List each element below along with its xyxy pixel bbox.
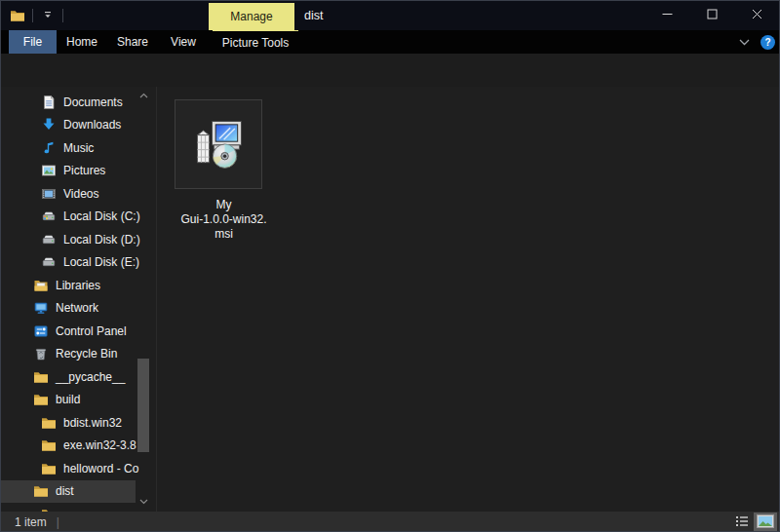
control-panel-icon: [33, 323, 49, 339]
libraries-icon: [33, 278, 49, 293]
manage-tool-tab[interactable]: Manage: [209, 3, 294, 30]
sidebar-item-bdist-win32[interactable]: bdist.win32: [1, 411, 136, 435]
folder-icon: [41, 415, 57, 431]
details-view-button[interactable]: [730, 513, 754, 532]
videos-icon: [41, 186, 57, 202]
scrollbar-thumb[interactable]: [137, 359, 149, 452]
sidebar-item-label: Downloads: [63, 118, 121, 132]
close-icon: [752, 9, 762, 22]
pictures-icon: [41, 163, 57, 178]
recycle-bin-icon: [33, 346, 49, 361]
help-icon: ?: [764, 37, 770, 48]
file-icon-frame: [175, 99, 262, 189]
sidebar-item-label: exe.win32-3.8: [63, 438, 136, 452]
navigation-pane: DocumentsDownloadsMusicPicturesVideosLoc…: [1, 87, 157, 512]
sidebar-item-control-panel[interactable]: Control Panel: [1, 320, 136, 343]
close-button[interactable]: [734, 1, 779, 30]
sidebar-item-build[interactable]: build: [1, 389, 136, 412]
tab-share[interactable]: Share: [107, 30, 158, 54]
titlebar: Manage dist: [1, 1, 779, 30]
window-title: dist: [304, 1, 323, 30]
sidebar-item-label: Pictures: [63, 164, 105, 177]
sidebar-item-label: Local Disk (D:): [63, 233, 140, 247]
sidebar-item-pictures[interactable]: Pictures: [1, 160, 136, 183]
download-icon: [41, 117, 57, 133]
sidebar-item-network[interactable]: Network: [1, 297, 136, 321]
ribbon-right-controls: ?: [735, 30, 775, 54]
file-name-line: Gui-1.0.0-win32.: [168, 212, 280, 227]
sidebar-item-local-disk-c[interactable]: Local Disk (C:): [1, 206, 136, 229]
file-explorer-window: Manage dist FileHomeShareViewPicture Too…: [0, 0, 780, 532]
maximize-icon: [707, 9, 718, 22]
tab-picture-tools[interactable]: Picture Tools: [213, 30, 298, 54]
sidebar-item-label: Libraries: [56, 279, 100, 292]
collapse-ribbon-button[interactable]: [735, 32, 753, 52]
quick-access-toolbar: [9, 1, 63, 30]
sidebar-scrollbar[interactable]: [136, 87, 151, 512]
maximize-button[interactable]: [689, 1, 734, 30]
sidebar-item-label: dist: [56, 484, 74, 498]
tab-home[interactable]: Home: [57, 30, 107, 54]
sidebar-item-downloads[interactable]: Downloads: [1, 114, 136, 137]
folder-icon: [33, 483, 49, 499]
address-band: dist: [1, 54, 779, 87]
sidebar-item-videos[interactable]: Videos: [1, 182, 136, 206]
chevron-down-icon: [139, 497, 148, 507]
sidebar-item-label: build: [56, 393, 80, 406]
network-icon: [33, 300, 49, 316]
music-icon: [41, 140, 57, 156]
customize-quick-access-button[interactable]: [39, 5, 57, 26]
minimize-button[interactable]: [644, 1, 689, 30]
toolbar-separator: [32, 9, 33, 22]
sidebar-item-label: Recycle Bin: [56, 347, 117, 361]
status-left: 1 item |: [1, 515, 59, 529]
tab-file[interactable]: File: [9, 30, 57, 54]
folder-icon: [41, 437, 57, 453]
sidebar-item-local-disk-e[interactable]: Local Disk (E:): [1, 251, 136, 275]
sidebar-item-documents[interactable]: Documents: [1, 91, 136, 114]
sidebar-item-cut-off[interactable]: [1, 503, 136, 512]
window-controls: [644, 1, 779, 30]
folder-icon: [33, 369, 49, 385]
app-folder-icon: [9, 5, 26, 26]
sidebar-item-label: __pycache__: [56, 370, 125, 384]
drive-windows-icon: [41, 209, 57, 224]
help-button[interactable]: ?: [760, 35, 775, 50]
minimize-icon: [662, 9, 673, 22]
sidebar-item-local-disk-d[interactable]: Local Disk (D:): [1, 228, 136, 251]
ribbon-tab-row: FileHomeShareViewPicture Tools ?: [1, 30, 779, 54]
item-count: 1 item: [15, 515, 47, 529]
view-toggle-group: [730, 512, 777, 532]
folder-icon: [33, 392, 49, 407]
document-icon: [41, 95, 57, 110]
sidebar-item-label: Music: [63, 141, 94, 155]
sidebar-item-pycache[interactable]: __pycache__: [1, 365, 136, 389]
tab-view[interactable]: View: [158, 30, 209, 54]
sidebar-item-music[interactable]: Music: [1, 136, 136, 160]
sidebar-item-label: Control Panel: [56, 324, 127, 338]
sidebar-item-exe-win32-3-8[interactable]: exe.win32-3.8: [1, 435, 136, 458]
sidebar-item-recycle-bin[interactable]: Recycle Bin: [1, 343, 136, 366]
sidebar-item-dist[interactable]: dist: [1, 480, 136, 504]
status-bar: 1 item |: [1, 512, 779, 532]
sidebar-item-label: Videos: [63, 187, 98, 201]
navigation-tree: DocumentsDownloadsMusicPicturesVideosLoc…: [1, 91, 157, 512]
main-area: DocumentsDownloadsMusicPicturesVideosLoc…: [1, 87, 779, 512]
sidebar-item-helloword-co[interactable]: helloword - Co: [1, 457, 136, 480]
sidebar-item-label: Local Disk (C:): [63, 209, 140, 223]
sidebar-item-libraries[interactable]: Libraries: [1, 274, 136, 297]
large-icons-view-button[interactable]: [754, 513, 777, 532]
sidebar-item-label: helloword - Co: [63, 462, 138, 475]
details-view-icon: [735, 515, 749, 530]
scroll-down-button[interactable]: [136, 495, 151, 509]
toolbar-separator: [62, 9, 63, 22]
file-name-label: MyGui-1.0.0-win32.msi: [168, 198, 280, 242]
scroll-up-button[interactable]: [136, 89, 151, 102]
chevron-down-icon: [43, 9, 53, 22]
sidebar-item-label: bdist.win32: [63, 416, 122, 430]
msi-installer-icon: [189, 115, 248, 173]
folder-icon: [41, 461, 57, 476]
ribbon-tabs: FileHomeShareViewPicture Tools: [9, 30, 298, 54]
file-list: MyGui-1.0.0-win32.msi: [158, 87, 779, 512]
sidebar-item-label: Documents: [63, 95, 123, 109]
